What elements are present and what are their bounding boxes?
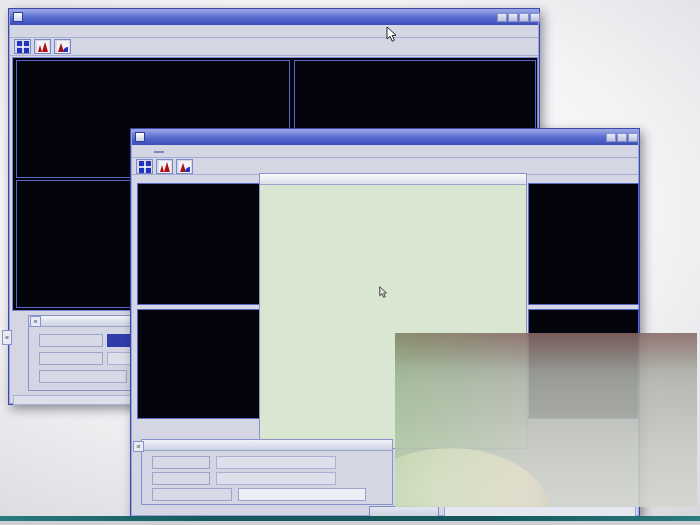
current-test-point-ring[interactable] [406,335,434,363]
collapse-panel-button[interactable]: « [133,441,144,452]
collapse-panel-button[interactable]: « [30,316,41,327]
waveform-peaks-icon [159,161,171,173]
operator-label [39,352,103,365]
floorplan-header[interactable] [260,174,526,185]
screen-bottom-edge [0,521,700,525]
window1-titlebar[interactable] [10,10,538,25]
waveform-measure-icon [57,41,69,53]
app-icon [13,12,23,22]
splitter-collapse-button[interactable]: « [2,330,12,345]
measure-view-button[interactable] [54,39,71,54]
operator-label [152,472,210,485]
window-control-button[interactable] [497,13,507,22]
grid-layout-button[interactable] [136,159,153,174]
location-label [152,456,210,469]
mouse-cursor [386,26,398,43]
waveform-chart-bottom[interactable] [137,309,263,419]
photo-green-tint [395,333,697,507]
close-button[interactable] [628,133,638,142]
mouse-cursor-small [379,286,389,300]
window1-toolbar [10,38,538,56]
maximize-button[interactable] [519,13,529,22]
app-icon [135,132,145,142]
minimize-button[interactable] [606,133,616,142]
testing-progress-bar [238,488,366,501]
window2-titlebar[interactable] [132,130,638,145]
waveform-peaks-icon [37,41,49,53]
location-label [39,334,103,347]
window2-menubar [132,145,638,158]
waveform-chart-2[interactable] [528,183,639,305]
location-value[interactable] [216,456,336,469]
window2-measurements-panel [141,439,393,505]
probe-photo-overlay [395,333,697,507]
waveform-chart-1[interactable] [137,183,263,305]
close-button[interactable] [530,13,540,22]
minimize-button[interactable] [508,13,518,22]
waveform-view-button[interactable] [34,39,51,54]
menu-floorplan-active[interactable] [154,151,164,153]
grid-layout-button[interactable] [14,39,31,54]
testing-progress-label [152,488,232,501]
waveform-view-button[interactable] [156,159,173,174]
window1-menubar [10,25,538,38]
measurements-panel-header[interactable] [142,440,392,451]
grid-layout-icon [17,41,29,53]
measure-view-button[interactable] [176,159,193,174]
grid-layout-icon [139,161,151,173]
testing-progress-label [39,370,127,383]
waveform-measure-icon [179,161,191,173]
operator-value[interactable] [216,472,336,485]
maximize-button[interactable] [617,133,627,142]
